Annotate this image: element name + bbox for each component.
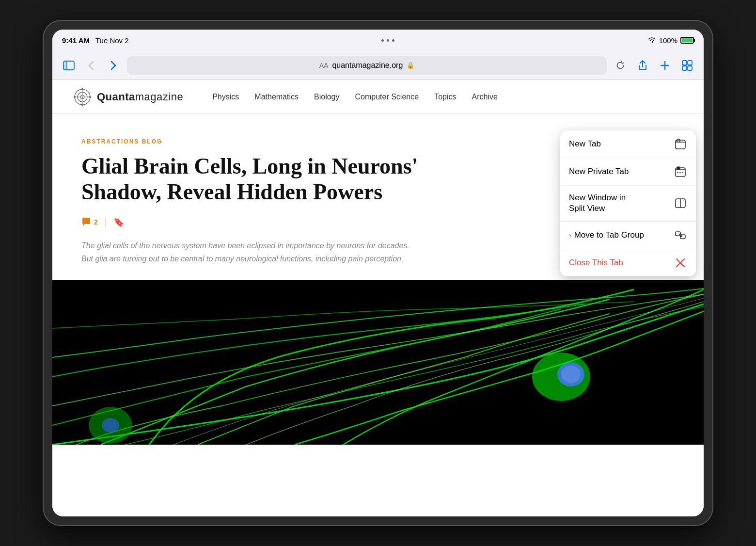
svg-point-23 xyxy=(102,418,119,433)
menu-label-new-tab: New Tab xyxy=(569,139,601,149)
status-bar: 9:41 AM Tue Nov 2 100% xyxy=(52,30,704,51)
svg-rect-26 xyxy=(677,139,680,142)
wifi-icon xyxy=(647,36,656,45)
svg-rect-33 xyxy=(676,232,680,236)
nav-topics[interactable]: Topics xyxy=(434,93,456,101)
dot1 xyxy=(381,39,384,42)
address-bar[interactable]: AA Quanta quantamagazine.org 🔒 xyxy=(127,56,607,75)
ipad-frame: 9:41 AM Tue Nov 2 100% xyxy=(44,21,712,525)
back-button[interactable] xyxy=(82,57,100,74)
split-view-icon xyxy=(674,196,687,210)
tabs-overview-button[interactable] xyxy=(678,57,696,74)
bookmark-icon[interactable]: 🔖 xyxy=(113,217,124,227)
svg-rect-8 xyxy=(688,66,692,70)
logo-text: Quantamagazine xyxy=(97,91,183,103)
nav-biology[interactable]: Biology xyxy=(314,93,339,101)
menu-label-move-tab-group: Move to Tab Group xyxy=(574,230,644,240)
menu-label-split-view: New Window inSplit View xyxy=(569,193,626,214)
nav-mathematics[interactable]: Mathematics xyxy=(254,93,299,101)
nav-computer-science[interactable]: Computer Science xyxy=(355,93,419,101)
dot3 xyxy=(392,39,394,42)
menu-label-private-tab: New Private Tab xyxy=(569,167,629,177)
article-title: Glial Brain Cells, Long in Neurons' Shad… xyxy=(81,154,421,205)
comment-badge[interactable]: 2 xyxy=(81,218,98,226)
chevron-icon: › xyxy=(569,231,571,239)
cell-image-svg xyxy=(52,280,704,445)
cell-image xyxy=(52,280,704,445)
battery-icon xyxy=(680,37,694,44)
menu-label-close-tab: Close This Tab xyxy=(569,258,623,268)
comment-count: 2 xyxy=(94,218,98,226)
forward-button[interactable] xyxy=(105,57,122,74)
svg-rect-7 xyxy=(682,66,687,70)
svg-rect-1 xyxy=(63,61,67,70)
address-url-display: quantamagazine.org xyxy=(332,61,403,70)
svg-rect-29 xyxy=(677,167,680,170)
ipad-screen: 9:41 AM Tue Nov 2 100% xyxy=(52,30,704,516)
private-tab-icon xyxy=(674,165,687,178)
address-aa-label: AA xyxy=(319,62,329,69)
nav-physics[interactable]: Physics xyxy=(212,93,239,101)
meta-divider: | xyxy=(105,217,107,227)
status-time: 9:41 AM xyxy=(62,36,90,45)
article-excerpt: The glial cells of the nervous system ha… xyxy=(81,239,421,265)
logo-icon xyxy=(72,86,93,108)
menu-item-close-tab[interactable]: Close This Tab xyxy=(560,249,696,276)
sidebar-toggle-button[interactable] xyxy=(60,57,78,74)
move-tab-group-icon xyxy=(674,228,687,242)
svg-rect-18 xyxy=(52,280,704,445)
reload-button[interactable] xyxy=(612,57,629,74)
dot2 xyxy=(387,39,389,42)
svg-point-21 xyxy=(561,366,581,383)
nav-archive[interactable]: Archive xyxy=(472,93,497,101)
menu-item-move-tab-group[interactable]: › Move to Tab Group xyxy=(560,222,696,249)
svg-rect-5 xyxy=(682,61,687,65)
site-navigation: Quantamagazine Physics Mathematics Biolo… xyxy=(52,80,704,114)
battery-percent: 100% xyxy=(659,36,677,45)
close-tab-icon xyxy=(674,256,687,270)
nav-links: Physics Mathematics Biology Computer Sci… xyxy=(212,93,498,101)
share-button[interactable] xyxy=(634,57,651,74)
new-tab-icon xyxy=(674,137,687,151)
add-tab-button[interactable] xyxy=(656,57,674,74)
menu-item-split-view[interactable]: New Window inSplit View xyxy=(560,186,696,221)
dropdown-menu: New Tab New Private Tab xyxy=(560,130,696,276)
menu-item-private-tab[interactable]: New Private Tab xyxy=(560,158,696,186)
comment-icon xyxy=(81,218,91,226)
status-right: 100% xyxy=(647,36,694,45)
lock-icon: 🔒 xyxy=(407,62,414,69)
website-content: Quantamagazine Physics Mathematics Biolo… xyxy=(52,80,704,516)
menu-item-new-tab[interactable]: New Tab xyxy=(560,130,696,158)
status-date: Tue Nov 2 xyxy=(95,36,129,45)
status-center-dots xyxy=(381,39,394,42)
svg-rect-6 xyxy=(688,61,692,65)
battery-fill xyxy=(682,38,693,42)
browser-toolbar: AA Quanta quantamagazine.org 🔒 xyxy=(52,51,704,80)
site-logo[interactable]: Quantamagazine xyxy=(72,86,183,108)
